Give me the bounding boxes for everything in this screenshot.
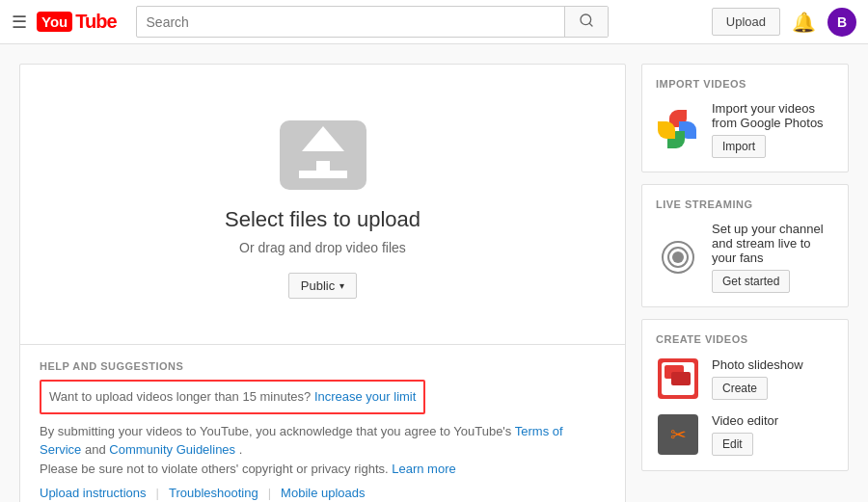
help-links-row: Upload instructions | Troubleshooting | …: [40, 486, 606, 500]
upload-instructions-link[interactable]: Upload instructions: [40, 486, 156, 500]
help-highlight-box: Want to upload videos longer than 15 min…: [40, 380, 425, 414]
import-description: Import your videos from Google Photos: [712, 101, 834, 130]
live-item: Set up your channel and stream live to y…: [656, 222, 834, 293]
veditor-icon-graphic: ✂: [658, 414, 698, 455]
chevron-down-icon: ▾: [339, 280, 344, 291]
upload-title: Select files to upload: [225, 207, 420, 232]
tos-and: and: [85, 442, 106, 457]
tos-static: By submitting your videos to YouTube, yo…: [40, 424, 511, 438]
learn-more-link[interactable]: Learn more: [392, 462, 455, 476]
mobile-uploads-link[interactable]: Mobile uploads: [271, 486, 374, 500]
video-editor-icon: ✂: [656, 412, 700, 457]
help-title: HELP AND SUGGESTIONS: [40, 360, 606, 372]
edit-video-button[interactable]: Edit: [712, 433, 753, 456]
main-layout: Select files to upload Or drag and drop …: [0, 44, 868, 502]
veditor-info: Video editor Edit: [712, 413, 834, 456]
upload-icon: [280, 120, 366, 190]
sidebar: IMPORT VIDEOS Import your videos from Go…: [641, 64, 849, 502]
menu-icon[interactable]: ☰: [12, 12, 27, 33]
upload-button[interactable]: Upload: [712, 8, 780, 36]
help-text-static: Want to upload videos longer than 15 min…: [49, 389, 311, 404]
search-input[interactable]: [137, 9, 564, 36]
live-title: LIVE STREAMING: [656, 198, 834, 210]
live-description: Set up your channel and stream live to y…: [712, 222, 834, 265]
logo-box: You: [37, 12, 72, 32]
header: ☰ YouTube Upload 🔔 B: [0, 0, 868, 44]
live-icon-graphic: [658, 237, 698, 277]
import-button[interactable]: Import: [712, 135, 766, 158]
live-streaming-icon: [656, 235, 700, 279]
slideshow-title: Photo slideshow: [712, 357, 834, 372]
search-bar: [136, 6, 609, 38]
slideshow-img-2: [671, 372, 691, 385]
upload-area: Select files to upload Or drag and drop …: [19, 64, 626, 502]
import-item: Import your videos from Google Photos Im…: [656, 101, 834, 158]
logo-text: Tube: [75, 11, 116, 33]
petal-yellow: [658, 121, 675, 139]
import-info: Import your videos from Google Photos Im…: [712, 101, 834, 158]
upload-arrow-base: [299, 171, 347, 178]
search-button[interactable]: [564, 7, 608, 37]
video-editor-item: ✂ Video editor Edit: [656, 412, 834, 457]
scissors-icon: ✂: [670, 423, 687, 446]
upload-arrow: [302, 126, 344, 151]
google-photos-icon: [656, 108, 700, 152]
upload-subtitle: Or drag and drop video files: [239, 240, 406, 255]
svg-line-1: [589, 23, 592, 26]
import-videos-card: IMPORT VIDEOS Import your videos from Go…: [641, 64, 849, 172]
live-ring-inner: [667, 247, 689, 268]
live-streaming-card: LIVE STREAMING Set up your channel and s…: [641, 184, 849, 307]
import-title: IMPORT VIDEOS: [656, 78, 834, 90]
privacy-label: Public: [301, 278, 335, 293]
help-section: HELP AND SUGGESTIONS Want to upload vide…: [20, 344, 625, 502]
avatar[interactable]: B: [827, 8, 856, 37]
slideshow-icon-graphic: [658, 358, 698, 399]
youtube-logo[interactable]: YouTube: [37, 11, 117, 33]
create-slideshow-button[interactable]: Create: [712, 377, 768, 400]
create-videos-card: CREATE VIDEOS Photo slideshow Create: [641, 319, 849, 471]
create-title: CREATE VIDEOS: [656, 333, 834, 345]
slideshow-info: Photo slideshow Create: [712, 357, 834, 400]
veditor-title: Video editor: [712, 413, 834, 428]
privacy-button[interactable]: Public ▾: [288, 273, 357, 299]
slideshow-inner: [662, 362, 694, 395]
header-actions: Upload 🔔 B: [712, 8, 856, 37]
tos-text: By submitting your videos to YouTube, yo…: [40, 422, 606, 479]
slideshow-icon: [656, 357, 700, 401]
pinwheel: [658, 110, 698, 150]
community-guidelines-link[interactable]: Community Guidelines: [109, 442, 235, 457]
privacy-rights-text: Please be sure not to violate others' co…: [40, 462, 389, 476]
notification-icon[interactable]: 🔔: [792, 11, 816, 34]
live-info: Set up your channel and stream live to y…: [712, 222, 834, 293]
upload-zone[interactable]: Select files to upload Or drag and drop …: [20, 65, 625, 344]
troubleshooting-link[interactable]: Troubleshooting: [159, 486, 268, 500]
increase-limit-link[interactable]: Increase your limit: [314, 389, 416, 404]
get-started-button[interactable]: Get started: [712, 270, 790, 293]
slideshow-item: Photo slideshow Create: [656, 357, 834, 401]
search-icon: [579, 13, 594, 28]
period: .: [239, 442, 243, 457]
help-highlight-text: Want to upload videos longer than 15 min…: [49, 389, 416, 404]
